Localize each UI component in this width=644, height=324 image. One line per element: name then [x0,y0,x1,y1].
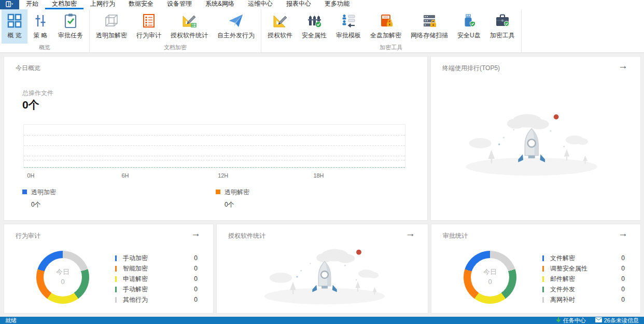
legend-label: 申请解密 [123,275,148,284]
ribbon-group-label: 概览 [0,44,89,52]
legend-value: 0个 [225,200,249,209]
ribbon-item-self-outgoing[interactable]: 自主外发行为 [213,9,259,44]
list-doc-icon [141,12,157,29]
cloud-icon [269,273,291,283]
legend-marker [216,190,220,194]
ribbon-item-security-attributes[interactable]: 安全属性 [297,9,331,44]
ribbon-item-overview[interactable]: 概 览 [2,9,27,44]
legend-label: 文件外发 [550,285,575,294]
legend-marker [115,266,117,272]
legend-row: 手动加密0 [115,253,198,263]
ribbon-item-label: 自主外发行为 [217,31,255,40]
ribbon-item-licensed-software[interactable]: 授权软件 [263,9,297,44]
menu-item-doc-encryption[interactable]: 文档加密 [45,0,83,9]
ground [264,288,384,305]
hourly-trend-chart [23,124,405,168]
usb-shield-icon [460,12,477,29]
ribbon-item-approval-template[interactable]: 审批模板 [331,9,366,44]
ribbon-item-crypt-tools[interactable]: 加密工具 [485,9,520,44]
briefcase-shield-icon [494,12,511,29]
ribbon-item-transparent-crypt[interactable]: 透明加解密 [91,9,132,44]
menu-item-system-network[interactable]: 系统&网络 [199,0,241,9]
legend-label: 调整安全属性 [550,264,587,273]
menu-bar: 开始 文档加密 上网行为 数据安全 设备管理 系统&网络 运维中心 报表中心 更… [0,0,644,9]
legend-value: 0 [621,286,625,293]
unread-messages-button[interactable]: 26条未读信息 [595,317,639,324]
ribbon-item-fulldisk-crypt[interactable]: SSD 全盘加解密 [366,9,406,44]
unread-messages-label: 26条未读信息 [604,317,639,324]
arrow-right-icon[interactable]: → [618,61,628,71]
ribbon-group-label: 文档加密 [90,44,261,52]
legend-label: 离网补时 [550,295,575,304]
arrow-right-icon[interactable]: → [618,228,628,238]
donut-chart: 今日 0 [464,251,516,304]
arrow-right-icon[interactable]: → [405,228,415,238]
ribbon-item-label: 安全U盘 [457,31,481,40]
gridline [24,160,405,160]
menu-item-start[interactable]: 开始 [19,0,45,9]
ribbon-item-label: 全盘加解密 [370,31,401,40]
legend-row: 其他行为0 [115,294,198,305]
status-bar: 就绪 任务中心 26条未读信息 [0,317,644,324]
ribbon-item-label: 审批任务 [58,31,83,40]
ground [466,158,597,176]
app-menu-button[interactable] [0,0,19,9]
donut-legend: 文件解密0 调整安全属性0 邮件解密0 文件外发0 离网补时0 [542,253,625,305]
donut-center-label: 今日 [483,267,497,277]
legend-value: 0个 [31,200,56,209]
org-template-icon [340,12,357,29]
legend-label: 文件解密 [550,254,575,263]
ribbon-item-behavior-audit[interactable]: 行为审计 [132,9,166,44]
menu-item-data-security[interactable]: 数据安全 [122,0,160,9]
legend-label: 透明加密 [31,188,56,196]
ribbon-item-label: 安全属性 [302,31,327,40]
x-tick: 18H [313,172,324,179]
legend-value: 0 [194,286,198,293]
legend-marker [115,276,117,282]
ribbon-group-overview: 概 览 策 略 审批任务 概览 [0,9,90,52]
card-title: 审批统计 [443,232,468,240]
menu-item-report-center[interactable]: 报表中心 [279,0,318,9]
legend-item-transparent-decrypt: 透明解密 0个 [216,188,249,209]
planet-dot [356,250,361,255]
ribbon-group-crypt-tools: 授权软件 安全属性 审批模板 SSD 全盘加解密 [261,9,522,52]
ribbon-item-network-storage-scan[interactable]: 网络存储扫描 [406,9,453,44]
ribbon-item-label: 授权软件 [268,31,292,40]
gridline [24,145,405,146]
ribbon-item-label: 加密工具 [490,31,515,40]
menu-item-device-management[interactable]: 设备管理 [160,0,199,9]
clipboard-check-icon [62,12,79,29]
task-center-label: 任务中心 [563,317,586,324]
x-axis-ticks: 0H 6H 12H 18H [23,172,405,180]
ribbon-item-approval-tasks[interactable]: 审批任务 [53,9,88,44]
legend-value: 0 [194,254,198,262]
task-center-button[interactable]: 任务中心 [556,317,586,324]
ribbon-item-secure-usb[interactable]: 安全U盘 [453,9,485,44]
legend-row: 手动解密0 [115,284,198,294]
rocket-icon [312,261,337,292]
menu-item-more-features[interactable]: 更多功能 [318,0,356,9]
legend-row: 申请解密0 [115,274,198,284]
ribbon-item-label: 授权软件统计 [171,31,208,40]
menu-item-ops-center[interactable]: 运维中心 [241,0,279,9]
app-window-icon [6,0,13,9]
ribbon-item-licensed-software-stats[interactable]: 授权软件统计 [166,9,213,44]
ribbon-group-doc-encryption: 透明加解密 行为审计 授权软件统计 自主外发行为 文档加密 [90,9,261,52]
legend-marker [542,255,544,261]
card-title: 终端使用排行(TOP5) [442,64,500,73]
cloud-icon [316,249,355,263]
donut-legend: 手动加密0 智能加密0 申请解密0 手动解密0 其他行为0 [115,253,198,305]
arrow-right-icon[interactable]: → [191,228,201,238]
donut-center-label: 今日 [56,267,69,277]
card-approval-stats: 审批统计 → 今日 0 文件解密0 调整安全属性0 邮件解密0 文件外发0 离网… [431,224,641,314]
legend-marker [115,287,117,292]
setsquare-pencil-chart-icon [181,12,198,29]
legend-label: 智能加密 [123,264,148,273]
legend-row: 调整安全属性0 [542,263,625,274]
dashboard-content: 今日概览 总操作文件 0个 0H 6H 12H 18H 透明加密 0个 [0,53,644,317]
envelope-icon [595,317,602,323]
card-title: 行为审计 [16,232,40,240]
ribbon-item-policy[interactable]: 策 略 [27,9,53,44]
gridline [24,135,405,136]
menu-item-web-behavior[interactable]: 上网行为 [83,0,122,9]
